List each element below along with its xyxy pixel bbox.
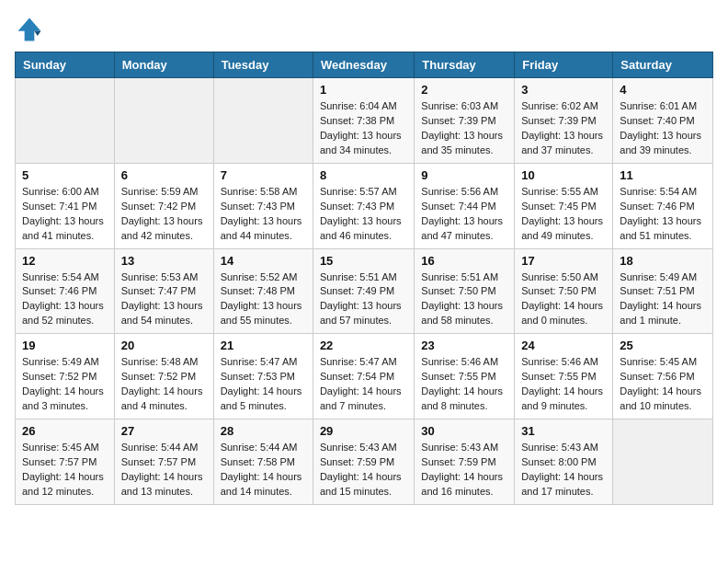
day-detail: Sunrise: 6:03 AMSunset: 7:39 PMDaylight:… [421,99,507,158]
week-row-2: 5Sunrise: 6:00 AMSunset: 7:41 PMDaylight… [16,163,713,248]
day-detail: Sunrise: 5:48 AMSunset: 7:52 PMDaylight:… [121,355,207,414]
day-detail: Sunrise: 6:02 AMSunset: 7:39 PMDaylight:… [521,99,606,158]
calendar-cell: 31Sunrise: 5:43 AMSunset: 8:00 PMDayligh… [515,419,613,505]
day-number: 12 [22,254,108,268]
calendar-cell: 28Sunrise: 5:44 AMSunset: 7:58 PMDayligh… [213,419,313,505]
day-detail: Sunrise: 5:46 AMSunset: 7:55 PMDaylight:… [421,355,507,414]
day-detail: Sunrise: 5:43 AMSunset: 7:59 PMDaylight:… [421,441,507,500]
calendar-header-monday: Monday [114,52,213,78]
day-number: 7 [221,168,306,182]
day-detail: Sunrise: 5:50 AMSunset: 7:50 PMDaylight:… [521,270,606,329]
calendar-cell: 21Sunrise: 5:47 AMSunset: 7:53 PMDayligh… [213,334,313,419]
day-number: 19 [22,339,108,352]
day-number: 5 [22,168,108,182]
calendar-cell: 9Sunrise: 5:56 AMSunset: 7:44 PMDaylight… [415,163,515,248]
day-detail: Sunrise: 6:00 AMSunset: 7:41 PMDaylight:… [22,185,108,244]
day-detail: Sunrise: 5:53 AMSunset: 7:47 PMDaylight:… [121,270,207,329]
day-detail: Sunrise: 5:47 AMSunset: 7:54 PMDaylight:… [320,355,407,414]
calendar-cell: 16Sunrise: 5:51 AMSunset: 7:50 PMDayligh… [415,248,515,334]
logo [15,15,48,44]
calendar-cell: 6Sunrise: 5:59 AMSunset: 7:42 PMDaylight… [114,163,213,248]
calendar-cell: 4Sunrise: 6:01 AMSunset: 7:40 PMDaylight… [613,78,713,164]
day-number: 10 [521,168,606,182]
calendar-cell: 22Sunrise: 5:47 AMSunset: 7:54 PMDayligh… [313,334,414,419]
calendar: SundayMondayTuesdayWednesdayThursdayFrid… [15,52,713,505]
day-number: 15 [320,254,407,268]
calendar-cell: 26Sunrise: 5:45 AMSunset: 7:57 PMDayligh… [16,419,115,505]
calendar-cell [114,78,213,164]
day-detail: Sunrise: 5:45 AMSunset: 7:57 PMDaylight:… [22,441,108,500]
calendar-cell: 12Sunrise: 5:54 AMSunset: 7:46 PMDayligh… [16,248,115,334]
day-number: 1 [320,83,407,97]
calendar-cell [213,78,313,164]
day-detail: Sunrise: 5:49 AMSunset: 7:51 PMDaylight:… [620,270,706,329]
calendar-cell: 11Sunrise: 5:54 AMSunset: 7:46 PMDayligh… [613,163,713,248]
calendar-cell [613,419,713,505]
day-number: 24 [521,339,606,352]
calendar-header-friday: Friday [515,52,613,78]
day-number: 23 [421,339,507,352]
calendar-cell: 1Sunrise: 6:04 AMSunset: 7:38 PMDaylight… [313,78,414,164]
calendar-cell: 2Sunrise: 6:03 AMSunset: 7:39 PMDaylight… [415,78,515,164]
week-row-3: 12Sunrise: 5:54 AMSunset: 7:46 PMDayligh… [16,248,713,334]
calendar-cell [16,78,115,164]
day-number: 21 [221,339,306,352]
day-number: 6 [121,168,207,182]
calendar-cell: 24Sunrise: 5:46 AMSunset: 7:55 PMDayligh… [515,334,613,419]
day-detail: Sunrise: 5:46 AMSunset: 7:55 PMDaylight:… [521,355,606,414]
day-detail: Sunrise: 5:51 AMSunset: 7:50 PMDaylight:… [421,270,507,329]
day-number: 28 [221,424,306,438]
day-number: 2 [421,83,507,97]
day-number: 30 [421,424,507,438]
calendar-cell: 29Sunrise: 5:43 AMSunset: 7:59 PMDayligh… [313,419,414,505]
day-number: 27 [121,424,207,438]
calendar-cell: 14Sunrise: 5:52 AMSunset: 7:48 PMDayligh… [213,248,313,334]
calendar-cell: 7Sunrise: 5:58 AMSunset: 7:43 PMDaylight… [213,163,313,248]
svg-marker-1 [34,31,40,36]
calendar-cell: 17Sunrise: 5:50 AMSunset: 7:50 PMDayligh… [515,248,613,334]
week-row-1: 1Sunrise: 6:04 AMSunset: 7:38 PMDaylight… [16,78,713,164]
day-detail: Sunrise: 5:55 AMSunset: 7:45 PMDaylight:… [521,185,606,244]
day-detail: Sunrise: 5:45 AMSunset: 7:56 PMDaylight:… [620,355,706,414]
day-detail: Sunrise: 5:43 AMSunset: 8:00 PMDaylight:… [521,441,606,500]
week-row-4: 19Sunrise: 5:49 AMSunset: 7:52 PMDayligh… [16,334,713,419]
day-detail: Sunrise: 5:58 AMSunset: 7:43 PMDaylight:… [221,185,306,244]
day-number: 31 [521,424,606,438]
calendar-header-thursday: Thursday [415,52,515,78]
calendar-cell: 18Sunrise: 5:49 AMSunset: 7:51 PMDayligh… [613,248,713,334]
day-number: 14 [221,254,306,268]
calendar-cell: 27Sunrise: 5:44 AMSunset: 7:57 PMDayligh… [114,419,213,505]
calendar-cell: 19Sunrise: 5:49 AMSunset: 7:52 PMDayligh… [16,334,115,419]
day-number: 13 [121,254,207,268]
calendar-cell: 23Sunrise: 5:46 AMSunset: 7:55 PMDayligh… [415,334,515,419]
calendar-cell: 10Sunrise: 5:55 AMSunset: 7:45 PMDayligh… [515,163,613,248]
day-number: 17 [521,254,606,268]
day-detail: Sunrise: 5:44 AMSunset: 7:58 PMDaylight:… [221,441,306,500]
day-number: 3 [521,83,606,97]
day-number: 26 [22,424,108,438]
day-detail: Sunrise: 5:59 AMSunset: 7:42 PMDaylight:… [121,185,207,244]
day-detail: Sunrise: 5:44 AMSunset: 7:57 PMDaylight:… [121,441,207,500]
week-row-5: 26Sunrise: 5:45 AMSunset: 7:57 PMDayligh… [16,419,713,505]
calendar-cell: 15Sunrise: 5:51 AMSunset: 7:49 PMDayligh… [313,248,414,334]
day-number: 8 [320,168,407,182]
page-header [15,15,713,44]
calendar-cell: 30Sunrise: 5:43 AMSunset: 7:59 PMDayligh… [415,419,515,505]
day-number: 4 [620,83,706,97]
day-detail: Sunrise: 5:54 AMSunset: 7:46 PMDaylight:… [22,270,108,329]
logo-icon [15,15,44,44]
day-number: 16 [421,254,507,268]
day-number: 18 [620,254,706,268]
day-number: 9 [421,168,507,182]
day-detail: Sunrise: 5:49 AMSunset: 7:52 PMDaylight:… [22,355,108,414]
calendar-header-tuesday: Tuesday [213,52,313,78]
day-detail: Sunrise: 6:01 AMSunset: 7:40 PMDaylight:… [620,99,706,158]
calendar-header-sunday: Sunday [16,52,115,78]
day-detail: Sunrise: 6:04 AMSunset: 7:38 PMDaylight:… [320,99,407,158]
calendar-cell: 13Sunrise: 5:53 AMSunset: 7:47 PMDayligh… [114,248,213,334]
day-detail: Sunrise: 5:56 AMSunset: 7:44 PMDaylight:… [421,185,507,244]
day-detail: Sunrise: 5:54 AMSunset: 7:46 PMDaylight:… [620,185,706,244]
day-number: 11 [620,168,706,182]
day-detail: Sunrise: 5:47 AMSunset: 7:53 PMDaylight:… [221,355,306,414]
day-detail: Sunrise: 5:57 AMSunset: 7:43 PMDaylight:… [320,185,407,244]
